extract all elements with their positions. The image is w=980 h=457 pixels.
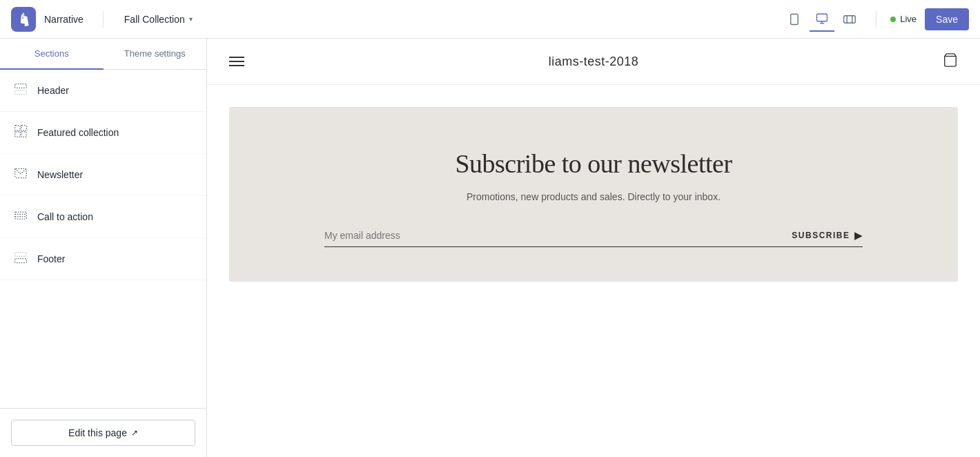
cart-icon[interactable] [943, 52, 958, 70]
chevron-down-icon: ▾ [189, 15, 193, 23]
svg-rect-2 [817, 14, 827, 21]
sidebar-tabs: Sections Theme settings [0, 39, 206, 70]
tab-theme-settings[interactable]: Theme settings [104, 39, 207, 70]
svg-rect-13 [21, 132, 27, 137]
live-dot [890, 17, 896, 22]
hamburger-icon[interactable] [229, 57, 244, 66]
svg-rect-18 [15, 253, 27, 257]
newsletter-subtitle: Promotions, new products and sales. Dire… [467, 191, 721, 202]
newsletter-icon [14, 166, 28, 183]
shopify-logo [11, 7, 36, 32]
subscribe-arrow-icon: ▶ [854, 230, 863, 241]
svg-rect-10 [15, 126, 21, 131]
collection-name: Fall Collection [124, 14, 185, 25]
desktop-view-button[interactable] [810, 7, 834, 32]
header-label: Header [37, 85, 69, 96]
sidebar-item-featured-collection[interactable]: Featured collection [0, 112, 206, 154]
sidebar-item-call-to-action[interactable]: Call to action [0, 196, 206, 238]
preview-frame: liams-test-2018 Subscribe to our newslet… [207, 39, 980, 457]
preview-area: liams-test-2018 Subscribe to our newslet… [207, 39, 980, 457]
view-icons [782, 7, 862, 32]
featured-collection-label: Featured collection [37, 127, 119, 138]
subscribe-button[interactable]: SUBSCRIBE ▶ [792, 230, 863, 241]
mobile-view-button[interactable] [782, 7, 807, 32]
newsletter-title: Subscribe to our newsletter [455, 148, 732, 179]
email-form: SUBSCRIBE ▶ [324, 230, 863, 247]
sidebar-item-newsletter[interactable]: Newsletter [0, 154, 206, 196]
svg-rect-19 [15, 259, 27, 263]
footer-icon [14, 251, 28, 267]
svg-rect-11 [21, 126, 27, 131]
sidebar-item-header[interactable]: Header [0, 70, 206, 112]
svg-rect-8 [15, 84, 27, 88]
subscribe-label: SUBSCRIBE [792, 231, 850, 240]
svg-rect-12 [15, 132, 21, 137]
live-indicator: Live [890, 14, 917, 24]
header-icon [14, 82, 28, 99]
svg-rect-9 [15, 90, 27, 95]
call-to-action-icon [14, 208, 28, 225]
store-name: liams-test-2018 [549, 55, 639, 69]
newsletter-section: Subscribe to our newsletter Promotions, … [229, 107, 958, 282]
sidebar-items: Header Featured collection [0, 70, 206, 408]
edit-page-label: Edit this page [68, 427, 127, 438]
divider [103, 11, 104, 28]
tab-sections[interactable]: Sections [0, 39, 104, 70]
collection-selector[interactable]: Fall Collection ▾ [117, 10, 199, 29]
svg-rect-5 [844, 15, 856, 23]
top-bar: Narrative Fall Collection ▾ Live Save [0, 0, 980, 39]
sidebar-footer: Edit this page ↗ [0, 408, 206, 457]
save-button[interactable]: Save [925, 8, 969, 30]
footer-label: Footer [37, 253, 65, 264]
theme-name: Narrative [44, 14, 84, 25]
svg-rect-0 [791, 14, 798, 24]
svg-rect-15 [15, 212, 27, 219]
store-header: liams-test-2018 [207, 39, 980, 85]
featured-collection-icon [14, 124, 28, 141]
email-input[interactable] [324, 230, 792, 241]
divider-2 [876, 11, 876, 28]
live-label: Live [900, 14, 917, 24]
wide-view-button[interactable] [837, 7, 862, 32]
edit-page-button[interactable]: Edit this page ↗ [11, 420, 195, 446]
newsletter-label: Newsletter [37, 169, 83, 180]
email-input-row: SUBSCRIBE ▶ [324, 230, 863, 247]
external-link-icon: ↗ [131, 428, 138, 438]
sidebar-item-footer[interactable]: Footer [0, 238, 206, 280]
call-to-action-label: Call to action [37, 211, 93, 222]
sidebar: Sections Theme settings Header [0, 39, 207, 457]
main-area: Sections Theme settings Header [0, 39, 980, 457]
